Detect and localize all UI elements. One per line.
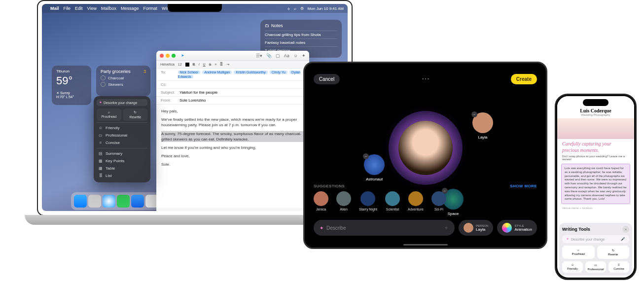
venue-field[interactable]: Venue name + location: [557, 206, 634, 211]
style-concise[interactable]: ≡Concise: [97, 139, 147, 146]
subject-label: Subject:: [161, 90, 179, 95]
strike-button[interactable]: S: [209, 63, 212, 66]
wifi-icon[interactable]: ⏚: [287, 6, 290, 11]
suggestion-item[interactable]: Sci-Fi: [431, 191, 446, 211]
close-button[interactable]: [160, 54, 164, 58]
menu-mail[interactable]: Mail: [50, 6, 59, 11]
menu-file[interactable]: File: [64, 6, 71, 11]
dock-safari[interactable]: [103, 195, 115, 208]
photo-icon[interactable]: ▢: [276, 53, 280, 58]
playground-canvas[interactable]: [389, 111, 463, 185]
suggestion-item[interactable]: Jenica: [314, 191, 328, 211]
reminders-widget[interactable]: Party groceries3 Charcoal Skewers: [96, 66, 150, 96]
italic-button[interactable]: I: [199, 63, 200, 66]
remove-icon[interactable]: −: [471, 111, 477, 117]
rewrite-button[interactable]: ↻Rewrite: [597, 246, 630, 259]
suggestion-label: Scientist: [386, 208, 399, 211]
zoom-button[interactable]: [172, 54, 176, 58]
sparkle-icon: ✦: [99, 101, 102, 105]
color-swatch[interactable]: [185, 63, 189, 67]
reminder-item[interactable]: Skewers: [101, 82, 146, 87]
font-size[interactable]: 12: [178, 63, 182, 66]
writing-tools-prompt-input[interactable]: ✦ Describe your change: [97, 99, 147, 106]
suggestion-thumb-icon: [431, 191, 446, 206]
show-more-button[interactable]: SHOW MORE: [510, 184, 537, 188]
suggestion-item[interactable]: Adventure: [408, 191, 424, 211]
send-icon[interactable]: ➤: [181, 53, 184, 58]
style-picker[interactable]: STYLEAnimation: [497, 220, 537, 236]
mic-icon[interactable]: 🎤: [621, 237, 625, 241]
add-icon[interactable]: ＋: [444, 224, 449, 231]
control-center-icon[interactable]: ⚙: [300, 6, 304, 11]
action-summary[interactable]: ▤Summary: [97, 150, 147, 157]
describe-input[interactable]: ✦ Describe ＋: [314, 220, 455, 236]
context-astronaut[interactable]: − Astronaut: [364, 154, 385, 181]
recipient-chip[interactable]: Kristin Goldsworthy: [234, 70, 267, 74]
reminder-item[interactable]: Charcoal: [101, 75, 146, 80]
indent-icon[interactable]: ⇥: [226, 63, 229, 67]
menubar-datetime[interactable]: Mon Jun 10 9:41 AM: [308, 6, 344, 11]
action-table[interactable]: ▦Table: [97, 165, 147, 172]
subject-field[interactable]: Yakitori for the people: [179, 90, 217, 95]
style-concise[interactable]: ≡Concise: [608, 261, 629, 273]
minimize-button[interactable]: [166, 54, 170, 58]
suggestion-item[interactable]: Starry Night: [359, 191, 377, 211]
weather-widget[interactable]: Tiburon 59° ☀︎ Sunny H:70° L:54°: [52, 66, 91, 105]
header-dropdown-icon[interactable]: ☰▾: [256, 53, 262, 58]
style-friendly[interactable]: ☺Friendly: [97, 124, 147, 132]
note-item[interactable]: Charcoal grilling tips from Shota: [265, 31, 337, 38]
suggestion-item[interactable]: Alien: [336, 191, 351, 211]
menu-message[interactable]: Message: [121, 6, 139, 11]
note-item[interactable]: Fantasy baseball notes: [265, 38, 337, 46]
emoji-icon[interactable]: ☺: [293, 53, 298, 58]
recipient-chip[interactable]: Nick Scheer: [178, 70, 201, 74]
attach-icon[interactable]: 📎: [266, 53, 272, 58]
action-keypoints[interactable]: ▦Key Points: [97, 157, 147, 165]
from-field[interactable]: Sole Lorenzino: [179, 98, 206, 103]
style-professional[interactable]: ▭Professional: [97, 132, 147, 139]
suggestions-heading: SUGGESTIONS: [314, 184, 345, 188]
writing-tools-prompt-input[interactable]: ✦ Describe your change 🎤: [562, 235, 629, 243]
mail-titlebar: ➤ ☰▾ 📎 ▢ Aa ☺ ✦: [156, 51, 309, 61]
dock-mail[interactable]: [131, 195, 144, 208]
suggestion-label: Starry Night: [359, 208, 377, 211]
writing-tools-icon[interactable]: ✦: [302, 53, 306, 58]
menu-edit[interactable]: Edit: [75, 6, 83, 11]
format-icon[interactable]: Aa: [284, 53, 289, 58]
close-icon[interactable]: ×: [622, 226, 629, 233]
home-indicator[interactable]: [403, 244, 448, 246]
bold-button[interactable]: B: [193, 63, 195, 66]
cancel-button[interactable]: Cancel: [314, 74, 340, 84]
person-picker[interactable]: PERSONLayla: [459, 220, 493, 236]
menu-format[interactable]: Format: [143, 6, 157, 11]
recipient-chip[interactable]: Andrew Mulligan: [202, 70, 232, 74]
action-list[interactable]: ≣List: [97, 172, 147, 179]
recipient-chip[interactable]: Cindy Yu: [270, 70, 287, 74]
context-layla[interactable]: − Layla: [472, 112, 493, 140]
font-name[interactable]: Helvetica: [160, 63, 175, 66]
create-button[interactable]: Create: [511, 74, 537, 84]
dock-launchpad[interactable]: [88, 195, 101, 208]
suggestion-item[interactable]: Scientist: [385, 191, 400, 211]
underline-button[interactable]: U: [203, 63, 206, 66]
list-bullet-icon[interactable]: ≣: [220, 63, 223, 67]
proofread-button[interactable]: ⌕Proofread: [97, 108, 121, 121]
magnify-icon: ⌕: [577, 248, 579, 251]
review-textarea[interactable]: Luis was everything we could have hoped …: [561, 164, 630, 204]
more-icon[interactable]: ⋯: [422, 74, 429, 84]
mail-body-editor[interactable]: Hey pals, We've finally settled into the…: [156, 105, 309, 208]
menu-view[interactable]: View: [87, 6, 97, 11]
align-icon[interactable]: ≡: [215, 63, 216, 66]
dock-messages[interactable]: [117, 195, 130, 208]
ipad-frame: Cancel ⋯ Create − Astronaut − Layla − Sp…: [303, 62, 547, 249]
suggestion-thumb-icon: [360, 191, 375, 206]
proofread-button[interactable]: ⌕Proofread: [562, 246, 595, 259]
search-icon[interactable]: ⌕: [294, 6, 296, 11]
dock-finder[interactable]: [74, 195, 87, 208]
to-field[interactable]: Nick Scheer Andrew Mulligan Kristin Gold…: [178, 70, 305, 79]
style-friendly[interactable]: ☺Friendly: [562, 261, 583, 273]
menu-mailbox[interactable]: Mailbox: [101, 6, 116, 11]
rewrite-button[interactable]: ↻Rewrite: [123, 108, 148, 121]
style-professional[interactable]: ▭Professional: [585, 261, 606, 273]
remove-icon[interactable]: −: [363, 153, 369, 159]
